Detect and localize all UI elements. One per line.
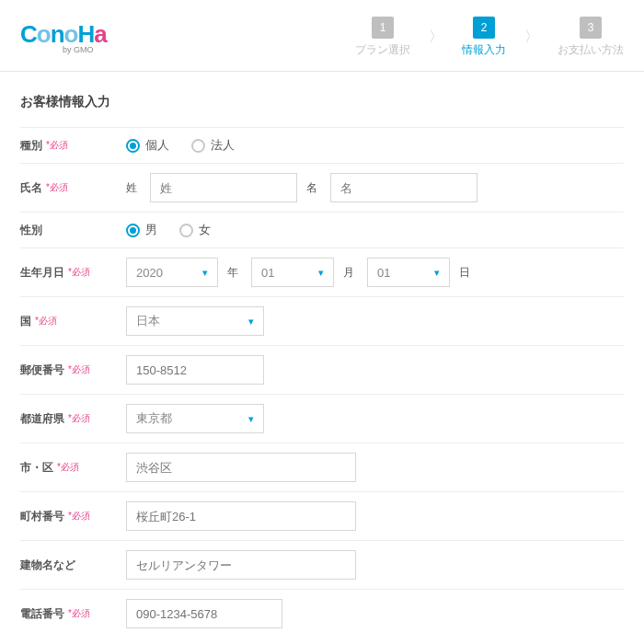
label-name: 氏名 xyxy=(20,180,42,196)
chevron-right-icon: 〉 xyxy=(524,28,539,47)
firstname-label: 名 xyxy=(306,180,317,196)
row-country: 国 *必須 日本 ▾ xyxy=(20,296,624,345)
radio-checked-icon xyxy=(126,139,140,153)
radio-unchecked-icon xyxy=(191,139,205,153)
row-zip: 郵便番号 *必須 xyxy=(20,345,624,394)
required-mark: *必須 xyxy=(68,510,90,523)
building-input[interactable] xyxy=(126,550,356,580)
firstname-input[interactable] xyxy=(330,173,477,202)
step-3: 3 お支払い方法 xyxy=(558,17,624,58)
step-1: 1 プラン選択 xyxy=(355,17,410,58)
address-input[interactable] xyxy=(126,501,356,531)
required-mark: *必須 xyxy=(68,266,90,279)
tel-input[interactable] xyxy=(126,599,282,628)
row-addr: 町村番号 *必須 xyxy=(20,491,624,540)
label-addr: 町村番号 xyxy=(20,509,64,524)
header: ConoHa by GMO 1 プラン選択 〉 2 情報入力 〉 3 お支払い方… xyxy=(0,0,644,72)
radio-male[interactable]: 男 xyxy=(126,222,157,238)
row-gender: 性別 男 女 xyxy=(20,212,624,247)
label-dob: 生年月日 xyxy=(20,265,64,281)
required-mark: *必須 xyxy=(68,607,90,620)
chevron-down-icon: ▾ xyxy=(248,413,254,425)
required-mark: *必須 xyxy=(68,412,90,425)
required-mark: *必須 xyxy=(68,363,90,376)
label-type: 種別 xyxy=(20,138,42,154)
lastname-label: 姓 xyxy=(126,180,137,196)
row-pref: 都道府県 *必須 東京都 ▾ xyxy=(20,394,624,443)
row-tel: 電話番号 *必須 xyxy=(20,589,624,638)
label-tel: 電話番号 xyxy=(20,606,64,622)
chevron-down-icon: ▾ xyxy=(434,267,440,279)
month-select[interactable]: 01 ▾ xyxy=(251,258,334,287)
city-input[interactable] xyxy=(126,453,356,482)
radio-unchecked-icon xyxy=(179,224,193,237)
radio-personal[interactable]: 個人 xyxy=(126,137,169,154)
lastname-input[interactable] xyxy=(150,173,297,202)
radio-female[interactable]: 女 xyxy=(179,222,211,238)
chevron-down-icon: ▾ xyxy=(202,267,208,279)
zip-input[interactable] xyxy=(126,355,264,385)
row-dob: 生年月日 *必須 2020 ▾ 年 01 ▾ 月 01 ▾ 日 xyxy=(20,247,624,296)
row-name: 氏名 *必須 姓 名 xyxy=(20,163,624,212)
label-gender: 性別 xyxy=(20,223,42,238)
row-city: 市・区 *必須 xyxy=(20,443,624,491)
logo-block: ConoHa by GMO xyxy=(20,20,107,54)
chevron-down-icon: ▾ xyxy=(318,267,324,279)
form: お客様情報入力 種別 *必須 個人 法人 氏名 *必須 姓 名 xyxy=(0,72,644,644)
row-bldg: 建物名など xyxy=(20,540,624,589)
required-mark: *必須 xyxy=(46,139,68,152)
country-select[interactable]: 日本 ▾ xyxy=(126,306,264,336)
row-type: 種別 *必須 個人 法人 xyxy=(20,127,624,163)
section-title: お客様情報入力 xyxy=(20,94,624,110)
required-mark: *必須 xyxy=(57,461,79,474)
label-zip: 郵便番号 xyxy=(20,362,64,378)
chevron-right-icon: 〉 xyxy=(429,28,443,47)
label-pref: 都道府県 xyxy=(20,411,64,427)
radio-checked-icon xyxy=(126,224,140,237)
prefecture-select[interactable]: 東京都 ▾ xyxy=(126,404,264,433)
chevron-down-icon: ▾ xyxy=(248,316,254,328)
required-mark: *必須 xyxy=(35,315,57,328)
label-city: 市・区 xyxy=(20,460,53,476)
required-mark: *必須 xyxy=(46,181,68,194)
label-bldg: 建物名など xyxy=(20,558,75,573)
step-2: 2 情報入力 xyxy=(462,17,506,58)
radio-corporate[interactable]: 法人 xyxy=(191,137,235,154)
year-select[interactable]: 2020 ▾ xyxy=(126,258,218,287)
day-select[interactable]: 01 ▾ xyxy=(367,258,450,287)
label-country: 国 xyxy=(20,314,31,329)
stepper: 1 プラン選択 〉 2 情報入力 〉 3 お支払い方法 xyxy=(355,17,624,58)
